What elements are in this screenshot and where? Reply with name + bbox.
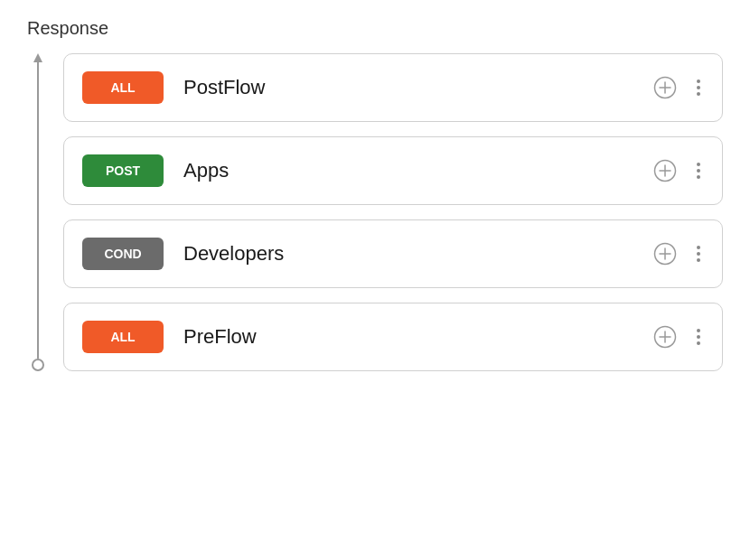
timeline-circle — [32, 359, 44, 371]
page-title: Response — [27, 18, 723, 39]
more-button-apps[interactable] — [693, 159, 704, 182]
badge-developers: COND — [82, 238, 164, 270]
cards-container: ALLPostFlow POSTApps CONDDevelopers ALLP… — [49, 53, 723, 371]
badge-apps: POST — [82, 154, 164, 187]
timeline-line — [27, 53, 49, 371]
card-actions-developers — [650, 238, 704, 269]
card-actions-preflow — [650, 322, 704, 352]
card-actions-postflow — [650, 72, 704, 103]
add-button-apps[interactable] — [650, 155, 680, 186]
timeline-body — [37, 62, 39, 359]
card-name-preflow: PreFlow — [183, 325, 650, 349]
arrow-up-icon — [33, 53, 42, 62]
card-name-developers: Developers — [183, 242, 650, 266]
card-developers: CONDDevelopers — [63, 219, 723, 288]
add-button-preflow[interactable] — [650, 322, 680, 352]
card-preflow: ALLPreFlow — [63, 303, 723, 371]
more-button-preflow[interactable] — [693, 325, 704, 349]
card-actions-apps — [650, 155, 704, 186]
card-name-apps: Apps — [183, 159, 650, 182]
add-button-postflow[interactable] — [650, 72, 680, 103]
card-apps: POSTApps — [63, 136, 723, 205]
badge-preflow: ALL — [82, 321, 164, 353]
more-button-postflow[interactable] — [693, 76, 704, 99]
add-button-developers[interactable] — [650, 238, 680, 269]
timeline-container: ALLPostFlow POSTApps CONDDevelopers ALLP… — [27, 53, 723, 371]
badge-postflow: ALL — [82, 71, 164, 104]
more-button-developers[interactable] — [693, 242, 704, 266]
card-name-postflow: PostFlow — [183, 76, 650, 99]
card-postflow: ALLPostFlow — [63, 53, 723, 122]
